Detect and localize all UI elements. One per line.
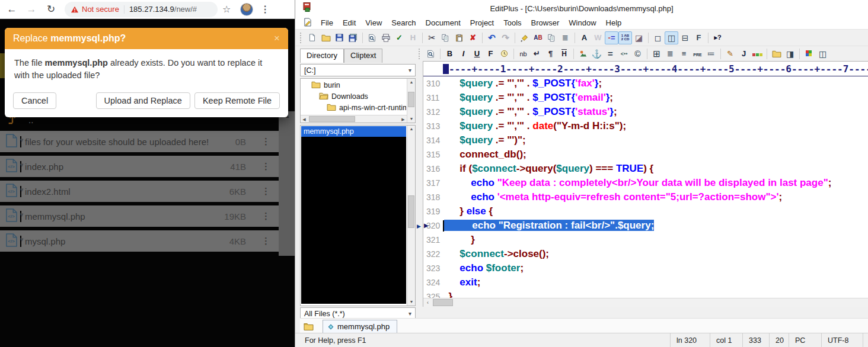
menu-help[interactable]: Help [601,17,627,28]
code-area[interactable]: ----+----1----+----2----+----3----+----4… [423,61,868,307]
code-line[interactable]: 324 exit; [423,275,868,290]
scroll-down-icon[interactable]: ▼ [407,115,416,123]
menu-project[interactable]: Project [465,17,499,28]
heading-icon[interactable]: H [557,47,571,60]
anchor-icon[interactable]: ⚓ [590,47,604,60]
code-line[interactable]: 315 connect_db(); [423,147,868,162]
save-all-icon[interactable] [346,31,360,44]
code-line[interactable]: 312 $query .= "','" . $_POST{'status'}; [423,105,868,119]
open-icon[interactable] [319,31,333,44]
code-line[interactable]: 325 } [423,290,868,298]
scroll-right-icon[interactable]: ▶ [400,115,407,123]
horizontal-rule-icon[interactable]: = [604,47,617,60]
row-menu-icon[interactable]: ⋮ [261,236,270,246]
spell-check-icon[interactable]: ✓ [392,31,406,44]
panel-collapse-icon[interactable]: ▶ [417,223,421,229]
menu-edit[interactable]: Edit [338,17,360,28]
object-icon[interactable] [751,47,764,60]
code-line[interactable]: 311 $query .= "','" . $_POST{'email'}; [423,91,868,105]
redo-icon[interactable]: ↷ [499,31,512,44]
word-wrap-icon[interactable]: W [591,31,605,44]
preferences-icon[interactable]: ◪ [632,31,646,44]
row-menu-icon[interactable]: ⋮ [261,161,270,172]
center-text-icon[interactable]: ≣ [663,47,677,60]
menu-file[interactable]: File [316,17,338,28]
context-help-icon[interactable]: ▸? [711,31,725,44]
font-size-icon[interactable]: F [484,47,497,60]
output-window-icon[interactable]: ⊟ [678,31,692,44]
profile-avatar[interactable] [240,3,253,16]
time-icon[interactable] [497,47,511,60]
code-line[interactable]: 317 echo "Keep data : completely<br/>You… [423,176,868,190]
panel-tab-cliptext[interactable]: Cliptext [344,49,382,63]
back-icon[interactable]: ← [4,2,20,17]
file-row[interactable]: </>▾memmysql.php19KB⋮ [0,205,279,227]
forward-icon[interactable]: → [24,2,39,17]
upload-replace-button[interactable]: Upload and Replace [96,92,190,109]
row-menu-icon[interactable]: ⋮ [261,186,270,197]
chevron-down-icon[interactable]: ▾ [20,211,21,222]
tree-item[interactable]: api-ms-win-crt-runtim [301,102,406,113]
code-line[interactable]: 313 $query .= "','" . date("Y-m-d H:i:s"… [423,119,868,133]
menu-window[interactable]: Window [564,17,601,28]
drive-select[interactable]: [C:]▾ [300,64,416,76]
delete-icon[interactable]: ✘ [466,31,480,44]
underline-icon[interactable]: U [470,47,484,60]
italic-icon[interactable]: I [457,47,470,60]
table-icon[interactable]: ⊞ [650,47,663,60]
filelist-vscrollbar[interactable]: ▲ ▼ [407,126,415,306]
keep-remote-button[interactable]: Keep Remote File [194,92,280,109]
find-in-files-icon[interactable] [545,31,559,44]
find-icon[interactable] [518,31,531,44]
cliptext-edit-icon[interactable]: ✎ [723,47,737,60]
row-menu-icon[interactable]: ⋮ [261,136,270,147]
color-picker-icon[interactable] [802,47,816,60]
paragraph-icon[interactable]: ¶ [544,47,557,60]
copyright-icon[interactable]: © [631,47,644,60]
dialog-close-icon[interactable]: × [274,33,280,44]
scroll-left-icon[interactable]: ◀ [301,115,308,123]
copy-icon[interactable] [439,31,452,44]
split-window-icon[interactable]: ◫ [816,47,829,60]
scroll-left-icon[interactable]: ‹ [423,298,432,307]
replace-icon[interactable]: AB [531,31,545,44]
tree-item[interactable]: Downloads [301,91,406,102]
tree-item[interactable]: burin [301,79,406,91]
panel-tab-directory[interactable]: Directory [300,49,344,63]
list-icon[interactable]: ≔ [704,47,718,60]
selected-file-item[interactable]: memmysql.php [301,126,406,137]
menu-document[interactable]: Document [421,17,465,28]
code-line[interactable]: 316 if ($connect->query($query) === TRUE… [423,162,868,176]
row-menu-icon[interactable]: ⋮ [261,211,270,221]
file-name[interactable]: index.php [25,162,230,172]
tree-vscrollbar[interactable]: ▲ ▼ [407,79,415,123]
code-line[interactable]: ▶320 echo "Registration : fail<br/>".$qu… [423,219,868,233]
file-row[interactable]: </>▾mysql.php4KB⋮ [0,230,279,252]
document-menu-icon[interactable] [304,18,311,28]
scroll-up-icon[interactable]: ▲ [407,79,416,86]
file-name[interactable]: mysql.php [25,236,229,246]
menu-tools[interactable]: Tools [499,17,526,28]
toggle-panel-icon[interactable]: ◨ [783,47,797,60]
browser-preview-icon[interactable] [424,47,438,60]
chevron-down-icon[interactable]: ▾ [20,161,21,172]
side-panel-icon[interactable]: ◫ [665,31,678,44]
code-line[interactable]: 323 echo $footer; [423,261,868,275]
line-break-icon[interactable]: ↵ [530,47,544,60]
url-text[interactable]: 185.27.134.9/new/# [129,5,197,14]
chevron-down-icon[interactable]: ▾ [20,186,21,197]
line-numbers-icon[interactable]: 1 AB2 CD [618,31,632,44]
comment-icon[interactable]: <•• [617,47,631,60]
file-row[interactable]: </>▾index2.html6KB⋮ [0,181,279,202]
function-list-icon[interactable]: F [692,31,706,44]
cut-icon[interactable]: ✂ [425,31,439,44]
new-document-icon[interactable] [305,31,319,44]
menu-browser[interactable]: Browser [526,17,564,28]
show-ruler-icon[interactable]: -= [605,31,618,44]
browser-menu-icon[interactable]: ⋮ [260,4,270,15]
panel-divider[interactable]: ▶ [416,49,423,307]
code-line[interactable]: 319 } else { [423,204,868,219]
chevron-down-icon[interactable]: ▾ [20,136,21,147]
java-applet-icon[interactable]: J [737,47,751,60]
preformatted-icon[interactable]: PRE [691,47,704,60]
